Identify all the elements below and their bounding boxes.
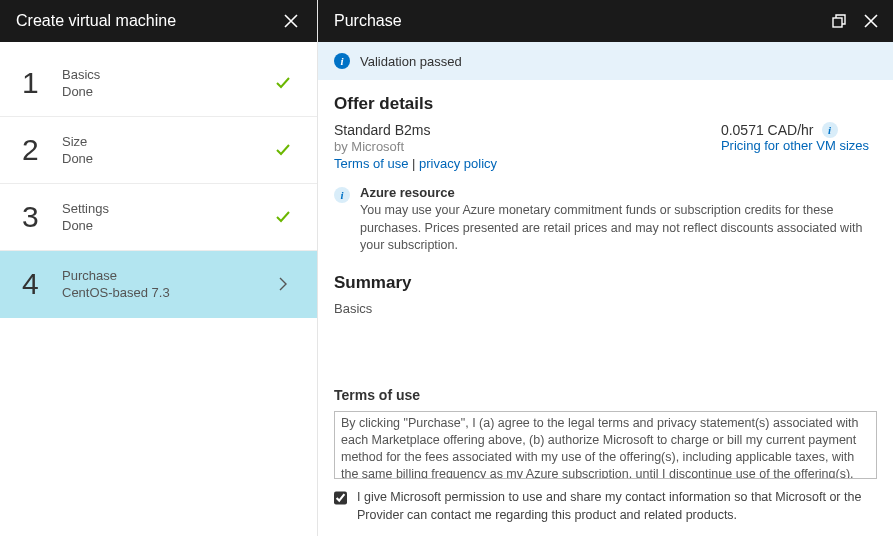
azure-resource-body: You may use your Azure monetary commitme… [360, 202, 869, 255]
azure-resource-note: i Azure resource You may use your Azure … [334, 185, 869, 255]
consent-label: I give Microsoft permission to use and s… [357, 489, 877, 524]
step-purchase[interactable]: 4 Purchase CentOS-based 7.3 [0, 251, 317, 318]
step-number: 1 [22, 66, 62, 100]
consent-checkbox[interactable] [334, 490, 347, 506]
link-separator: | [408, 156, 419, 171]
left-panel-header: Create virtual machine [0, 0, 317, 42]
wizard-steps: 1 Basics Done 2 Size Done 3 Settings [0, 42, 317, 318]
step-label: Basics [62, 67, 271, 82]
create-vm-panel: Create virtual machine 1 Basics Done 2 S… [0, 0, 318, 536]
step-number: 2 [22, 133, 62, 167]
step-label: Size [62, 134, 271, 149]
summary-heading: Summary [334, 273, 869, 293]
purchase-panel: Purchase i Validation passed Offer detai… [318, 0, 893, 536]
info-icon[interactable]: i [822, 122, 838, 138]
step-size[interactable]: 2 Size Done [0, 117, 317, 184]
close-icon[interactable] [859, 9, 883, 33]
validation-banner: i Validation passed [318, 42, 893, 80]
terms-section: Terms of use By clicking "Purchase", I (… [318, 374, 893, 536]
step-status: Done [62, 151, 271, 166]
checkmark-icon [271, 75, 295, 91]
offer-price: 0.0571 CAD/hr [721, 122, 814, 138]
info-icon: i [334, 187, 350, 203]
terms-of-use-link[interactable]: Terms of use [334, 156, 408, 171]
left-panel-title: Create virtual machine [16, 12, 176, 30]
offer-name: Standard B2ms [334, 122, 497, 138]
privacy-policy-link[interactable]: privacy policy [419, 156, 497, 171]
pricing-link[interactable]: Pricing for other VM sizes [721, 138, 869, 153]
offer-details-heading: Offer details [334, 94, 869, 114]
offer-publisher: by Microsoft [334, 139, 497, 154]
right-panel-header: Purchase [318, 0, 893, 42]
step-label: Purchase [62, 268, 271, 283]
purchase-scroll-area[interactable]: Offer details Standard B2ms by Microsoft… [318, 80, 893, 374]
step-status: Done [62, 218, 271, 233]
terms-heading: Terms of use [334, 387, 877, 403]
step-label: Settings [62, 201, 271, 216]
restore-icon[interactable] [827, 9, 851, 33]
validation-text: Validation passed [360, 54, 462, 69]
step-status: Done [62, 84, 271, 99]
terms-body: By clicking "Purchase", I (a) agree to t… [341, 416, 858, 479]
azure-resource-title: Azure resource [360, 185, 869, 200]
summary-cutoff-text: Basics [334, 301, 869, 316]
step-number: 3 [22, 200, 62, 234]
chevron-right-icon [271, 277, 295, 291]
checkmark-icon [271, 142, 295, 158]
purchase-title: Purchase [334, 12, 402, 30]
close-icon[interactable] [279, 9, 303, 33]
terms-textbox[interactable]: By clicking "Purchase", I (a) agree to t… [334, 411, 877, 479]
offer-row: Standard B2ms by Microsoft Terms of use … [334, 122, 869, 171]
step-settings[interactable]: 3 Settings Done [0, 184, 317, 251]
info-icon: i [334, 53, 350, 69]
checkmark-icon [271, 209, 295, 225]
step-number: 4 [22, 267, 62, 301]
step-basics[interactable]: 1 Basics Done [0, 50, 317, 117]
svg-rect-0 [833, 18, 842, 27]
step-status: CentOS-based 7.3 [62, 285, 271, 300]
